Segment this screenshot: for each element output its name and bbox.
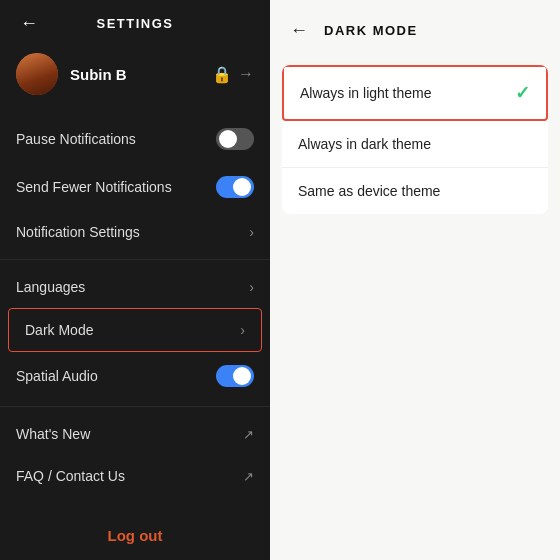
pause-notifications-label: Pause Notifications	[16, 131, 136, 147]
faq-item[interactable]: FAQ / Contact Us ↗	[0, 455, 270, 497]
external-icon-1: ↗	[243, 427, 254, 442]
settings-title: SETTINGS	[96, 16, 173, 31]
dark-mode-panel: ← DARK MODE Always in light theme ✓ Alwa…	[270, 0, 560, 560]
whats-new-label: What's New	[16, 426, 90, 442]
right-header: ← DARK MODE	[270, 0, 560, 57]
send-fewer-toggle-container	[216, 176, 254, 198]
toggle-knob-2	[233, 178, 251, 196]
faq-label: FAQ / Contact Us	[16, 468, 125, 484]
languages-arrow: ›	[249, 279, 254, 295]
same-as-device-option[interactable]: Same as device theme	[282, 168, 548, 214]
right-back-button[interactable]: ←	[286, 16, 312, 45]
spatial-audio-item[interactable]: Spatial Audio	[0, 352, 270, 400]
profile-name: Subin B	[70, 66, 200, 83]
external-icon-2: ↗	[243, 469, 254, 484]
profile-right-icons: 🔒 →	[212, 65, 254, 84]
always-light-label: Always in light theme	[300, 85, 432, 101]
same-as-device-label: Same as device theme	[298, 183, 440, 199]
toggle-knob-3	[233, 367, 251, 385]
dark-mode-arrow-icon: ›	[240, 322, 245, 338]
pause-notifications-toggle-container	[216, 128, 254, 150]
check-icon: ✓	[515, 82, 530, 104]
appearance-section: Languages › Dark Mode › Spatial Audio	[0, 260, 270, 407]
avatar	[16, 53, 58, 95]
left-header: ← SETTINGS	[0, 0, 270, 43]
notifications-section: Pause Notifications Send Fewer Notificat…	[0, 109, 270, 260]
spatial-audio-toggle[interactable]	[216, 365, 254, 387]
dark-mode-title: DARK MODE	[324, 23, 418, 38]
dark-mode-arrow: ›	[240, 322, 245, 338]
profile-arrow-icon: →	[238, 65, 254, 83]
notification-settings-item[interactable]: Notification Settings ›	[0, 211, 270, 253]
notification-settings-arrow: ›	[249, 224, 254, 240]
settings-panel: ← SETTINGS Subin B 🔒 → Pause Notificatio…	[0, 0, 270, 560]
pause-notifications-toggle[interactable]	[216, 128, 254, 150]
pause-notifications-item[interactable]: Pause Notifications	[0, 115, 270, 163]
dark-mode-label: Dark Mode	[25, 322, 93, 338]
profile-row[interactable]: Subin B 🔒 →	[0, 43, 270, 109]
send-fewer-notifications-item[interactable]: Send Fewer Notifications	[0, 163, 270, 211]
send-fewer-notifications-toggle[interactable]	[216, 176, 254, 198]
spatial-audio-label: Spatial Audio	[16, 368, 98, 384]
notification-settings-label: Notification Settings	[16, 224, 140, 240]
always-dark-label: Always in dark theme	[298, 136, 431, 152]
left-back-button[interactable]: ←	[16, 9, 42, 38]
arrow-icon: ›	[249, 224, 254, 240]
lock-icon: 🔒	[212, 65, 232, 84]
languages-item[interactable]: Languages ›	[0, 266, 270, 308]
languages-arrow-icon: ›	[249, 279, 254, 295]
dark-mode-options: Always in light theme ✓ Always in dark t…	[282, 65, 548, 214]
dark-mode-item[interactable]: Dark Mode ›	[8, 308, 262, 352]
always-light-option[interactable]: Always in light theme ✓	[282, 65, 548, 121]
send-fewer-notifications-label: Send Fewer Notifications	[16, 179, 172, 195]
toggle-knob	[219, 130, 237, 148]
spatial-audio-toggle-container	[216, 365, 254, 387]
whats-new-item[interactable]: What's New ↗	[0, 413, 270, 455]
avatar-image	[16, 53, 58, 95]
always-dark-option[interactable]: Always in dark theme	[282, 121, 548, 168]
logout-button[interactable]: Log out	[0, 511, 270, 560]
languages-label: Languages	[16, 279, 85, 295]
